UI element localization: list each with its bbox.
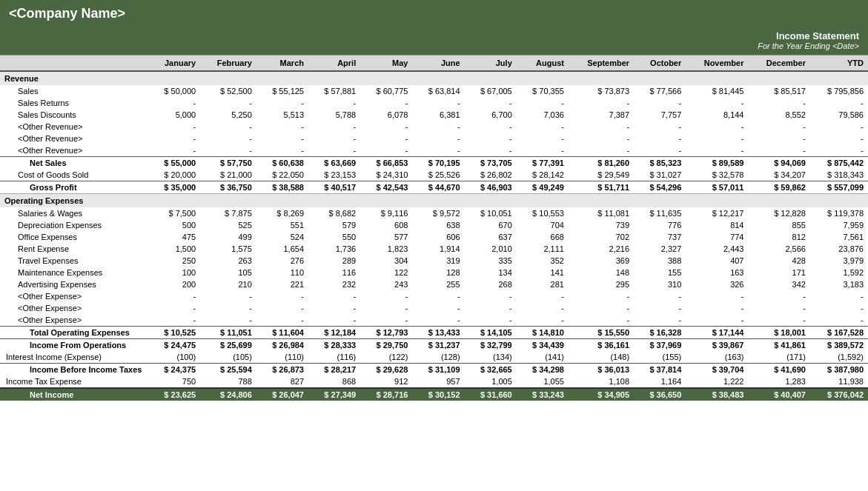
other-expense1-row: <Other Expense> - - - - - - - - - - - - … [0, 290, 868, 302]
sales-discounts-row: Sales Discounts 5,000 5,250 5,513 5,788 … [0, 109, 868, 121]
net-income-row: Net Income $ 23,625 $ 24,806 $ 26,047 $ … [0, 388, 868, 401]
company-name: <Company Name> [9, 6, 125, 21]
col-march: March [256, 56, 308, 72]
sales-discounts-label: Sales Discounts [0, 109, 148, 121]
sales-row: Sales $ 50,000 $ 52,500 $ 55,125 $ 57,88… [0, 85, 868, 97]
revenue-section-header: Revenue [0, 71, 868, 85]
sales-jan: $ 50,000 [148, 85, 200, 97]
col-december: December [748, 56, 809, 72]
sales-returns-label: Sales Returns [0, 97, 148, 109]
sales-label: Sales [0, 85, 148, 97]
sales-dec: $ 85,517 [748, 85, 809, 97]
sales-nov: $ 81,445 [686, 85, 748, 97]
other-expense3-row: <Other Expense> - - - - - - - - - - - - … [0, 314, 868, 327]
header-bar: <Company Name> [0, 0, 868, 27]
sales-may: $ 60,775 [360, 85, 412, 97]
income-statement-table: January February March April May June Ju… [0, 55, 868, 401]
col-september: September [569, 56, 634, 72]
column-header-row: January February March April May June Ju… [0, 56, 868, 72]
depreciation-row: Depreciation Expenses 500 525 551 579 60… [0, 219, 868, 231]
sales-feb: $ 52,500 [200, 85, 256, 97]
col-ytd: YTD [810, 56, 868, 72]
sales-ytd: $ 795,856 [810, 85, 868, 97]
sales-apr: $ 57,881 [308, 85, 360, 97]
net-sales-row: Net Sales $ 55,000 $ 57,750 $ 60,638 $ 6… [0, 157, 868, 170]
other-revenue1-row: <Other Revenue> - - - - - - - - - - - - … [0, 121, 868, 133]
col-january: January [148, 56, 200, 72]
total-op-expenses-row: Total Operating Expenses $ 10,525 $ 11,0… [0, 327, 868, 339]
sales-sep: $ 73,873 [569, 85, 634, 97]
sales-returns-row: Sales Returns - - - - - - - - - - - - - [0, 97, 868, 109]
col-june: June [412, 56, 464, 72]
advertising-row: Advertising Expenses 200 210 221 232 243… [0, 278, 868, 290]
sales-aug: $ 70,355 [517, 85, 569, 97]
office-expenses-row: Office Expenses 475 499 524 550 577 606 … [0, 231, 868, 243]
col-april: April [308, 56, 360, 72]
salaries-row: Salaries & Wages $ 7,500 $ 7,875 $ 8,269… [0, 207, 868, 219]
report-subtitle: For the Year Ending <Date> [9, 41, 859, 50]
income-tax-row: Income Tax Expense 750 788 827 868 912 9… [0, 375, 868, 388]
col-may: May [360, 56, 412, 72]
travel-row: Travel Expenses 250 263 276 289 304 319 … [0, 255, 868, 267]
sales-jul: $ 67,005 [465, 85, 517, 97]
col-july: July [465, 56, 517, 72]
col-label [0, 56, 148, 72]
col-august: August [517, 56, 569, 72]
income-before-tax-row: Income Before Income Taxes $ 24,375 $ 25… [0, 364, 868, 376]
col-october: October [634, 56, 686, 72]
title-section: Income Statement For the Year Ending <Da… [0, 27, 868, 55]
gross-profit-row: Gross Profit $ 35,000 $ 36,750 $ 38,588 … [0, 181, 868, 194]
sales-jun: $ 63,814 [412, 85, 464, 97]
cogs-row: Cost of Goods Sold $ 20,000 $ 21,000 $ 2… [0, 169, 868, 181]
maintenance-row: Maintenance Expenses 100 105 110 116 122… [0, 267, 868, 278]
other-revenue2-row: <Other Revenue> - - - - - - - - - - - - … [0, 133, 868, 144]
sales-oct: $ 77,566 [634, 85, 686, 97]
other-revenue3-row: <Other Revenue> - - - - - - - - - - - - … [0, 144, 868, 157]
col-february: February [200, 56, 256, 72]
income-from-ops-row: Income From Operations $ 24,475 $ 25,699… [0, 339, 868, 352]
report-title: Income Statement [9, 30, 859, 41]
rent-row: Rent Expense 1,500 1,575 1,654 1,736 1,8… [0, 243, 868, 255]
interest-income-row: Interest Income (Expense) (100) (105) (1… [0, 351, 868, 364]
operating-expenses-section-header: Operating Expenses [0, 194, 868, 208]
other-expense2-row: <Other Expense> - - - - - - - - - - - - … [0, 302, 868, 314]
sales-mar: $ 55,125 [256, 85, 308, 97]
col-november: November [686, 56, 748, 72]
